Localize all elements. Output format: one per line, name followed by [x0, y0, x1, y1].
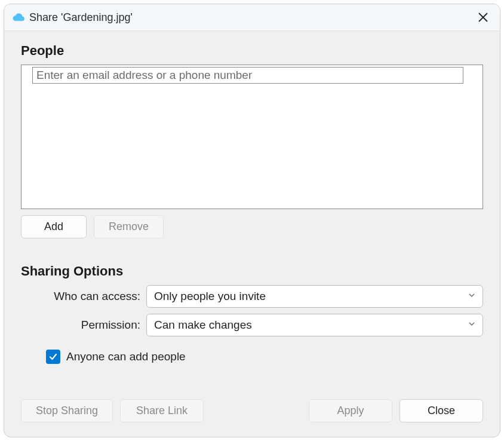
stop-sharing-button[interactable]: Stop Sharing — [21, 399, 113, 422]
people-buttons: Add Remove — [21, 215, 483, 238]
permission-label: Permission: — [21, 318, 146, 332]
close-button[interactable]: Close — [399, 399, 483, 422]
anyone-checkbox[interactable] — [46, 350, 60, 364]
cloud-icon — [13, 11, 24, 23]
people-list-box — [21, 65, 483, 209]
dialog-content: People Add Remove Sharing Options Who ca… — [4, 31, 500, 388]
anyone-row: Anyone can add people — [46, 350, 483, 364]
permission-select-wrap: Can make changes — [146, 314, 483, 336]
sharing-heading: Sharing Options — [21, 264, 483, 279]
access-select-wrap: Only people you invite — [146, 285, 483, 308]
sharing-options-section: Sharing Options Who can access: Only peo… — [21, 264, 483, 364]
access-label: Who can access: — [21, 290, 146, 303]
titlebar: Share 'Gardening.jpg' — [4, 4, 500, 31]
permission-row: Permission: Can make changes — [21, 314, 483, 336]
window-title: Share 'Gardening.jpg' — [29, 11, 475, 24]
add-button[interactable]: Add — [21, 215, 87, 238]
anyone-label: Anyone can add people — [66, 350, 186, 363]
access-row: Who can access: Only people you invite — [21, 285, 483, 308]
access-select[interactable]: Only people you invite — [146, 285, 483, 308]
close-icon[interactable] — [475, 9, 491, 26]
people-input[interactable] — [32, 67, 463, 84]
remove-button[interactable]: Remove — [94, 215, 164, 238]
share-link-button[interactable]: Share Link — [120, 399, 204, 422]
share-dialog: Share 'Gardening.jpg' People Add Remove … — [4, 4, 500, 437]
apply-button[interactable]: Apply — [309, 399, 392, 422]
people-heading: People — [21, 43, 483, 59]
permission-select[interactable]: Can make changes — [146, 314, 483, 336]
dialog-footer: Stop Sharing Share Link Apply Close — [4, 388, 500, 437]
footer-spacer — [211, 399, 302, 422]
